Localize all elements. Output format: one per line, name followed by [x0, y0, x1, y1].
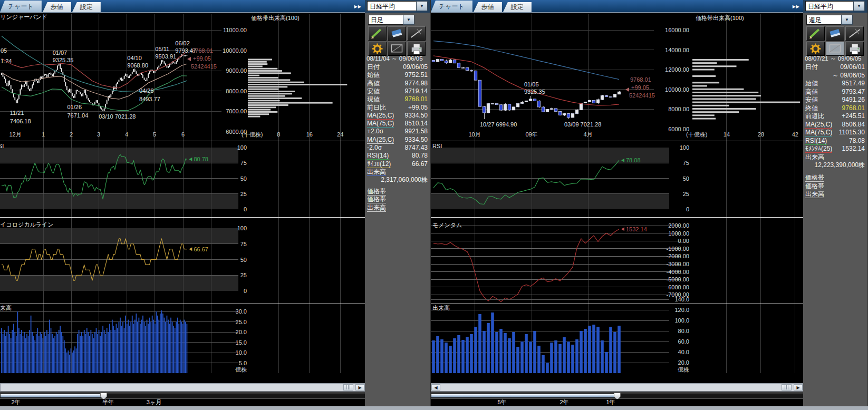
eraser-tool-button[interactable]	[388, 26, 406, 41]
panel-link-2[interactable]: 出来高	[367, 204, 386, 212]
trendline-tool-button[interactable]	[407, 26, 426, 41]
svg-text:30.0: 30.0	[236, 308, 247, 315]
svg-text:8000.00: 8000.00	[668, 106, 689, 112]
svg-text:9325.35: 9325.35	[524, 89, 545, 95]
info-label[interactable]: MA(75,C)	[805, 129, 832, 136]
h-scrollbar-right[interactable]: ◀▶	[431, 383, 803, 392]
pencil-tool-button[interactable]	[806, 26, 825, 41]
period-preset-0[interactable]: 2年	[11, 399, 20, 406]
info-label[interactable]: ｻｲｺﾛ(12)	[367, 160, 391, 168]
info-row: 日付09/06/01	[805, 63, 865, 71]
svg-text:1000.00: 1000.00	[668, 230, 689, 237]
tab-right_window-0[interactable]: チャート	[431, 1, 472, 12]
svg-text:9768.01: 9768.01	[630, 76, 651, 83]
svg-text:66.67: 66.67	[194, 246, 208, 252]
tab-overflow-icon[interactable]: ▶▶	[354, 4, 365, 12]
svg-text:06/02: 06/02	[175, 40, 190, 46]
period-preset-0[interactable]: 5年	[497, 399, 506, 406]
info-label[interactable]: RSI(14)	[367, 152, 389, 160]
printer-tool-button[interactable]	[407, 42, 426, 56]
info-label[interactable]: RSI(14)	[805, 137, 827, 145]
info-row: ～ 09/06/05	[805, 72, 865, 80]
info-label[interactable]: MA(25,C)	[367, 112, 394, 120]
svg-text:140.0: 140.0	[674, 296, 689, 302]
period-dropdown[interactable]: 日足 ▼	[368, 15, 414, 25]
svg-text:2000.00: 2000.00	[668, 222, 689, 229]
svg-text:20.0: 20.0	[236, 329, 247, 335]
weekly-chart-svg[interactable]: 16000.0014000.0012000.0010000.008000.006…	[431, 13, 803, 383]
info-label[interactable]: 出来高	[805, 153, 824, 161]
info-label[interactable]: ﾓﾒﾝﾀﾑ(25)	[805, 145, 832, 153]
panel-link-2[interactable]: 出来高	[805, 190, 824, 198]
info-label[interactable]: 出来高	[367, 168, 386, 176]
chevron-down-icon[interactable]: ▼	[853, 1, 865, 11]
svg-text:+99.05: +99.05	[631, 84, 649, 91]
info-label[interactable]: MA(25,C)	[367, 136, 394, 144]
svg-text:RSI: RSI	[432, 143, 442, 149]
panel-link-0[interactable]: 価格帯	[805, 174, 824, 182]
tab-right_window-2[interactable]: 設定	[503, 2, 532, 12]
info-value: 9517.49	[842, 80, 865, 87]
tab-right_window-1[interactable]: 歩値	[474, 2, 502, 12]
symbol-value: 日経平均	[805, 1, 853, 11]
period-preset-1[interactable]: 2年	[560, 399, 568, 406]
tab-left_window-2[interactable]: 設定	[72, 2, 101, 12]
daily-chart-svg[interactable]: 11000.0010000.009000.008000.007000.00600…	[0, 13, 365, 383]
scroll-right-button[interactable]: ▶	[355, 384, 364, 391]
date-range: 08/07/21 ～ 09/06/05	[805, 55, 866, 63]
svg-text:0: 0	[244, 288, 247, 294]
gear-tool-button[interactable]	[806, 42, 825, 56]
panel-link-1[interactable]: 価格帯	[367, 196, 386, 203]
symbol-header-left: 日経平均 ▼	[365, 0, 430, 13]
tab-overflow-icon[interactable]: ▶▶	[793, 4, 803, 12]
chart-canvas-right[interactable]: 16000.0014000.0012000.0010000.008000.006…	[431, 13, 803, 383]
info-row: MA(75,C)11015.30	[805, 129, 865, 136]
period-preset-2[interactable]: 1年	[606, 399, 615, 406]
info-row: 出来高	[367, 168, 428, 176]
svg-text:11000.00: 11000.00	[223, 27, 247, 33]
info-label[interactable]: MA(25,C)	[805, 121, 832, 129]
symbol-dropdown[interactable]: 日経平均 ▼	[805, 1, 865, 11]
region-tool-button[interactable]	[388, 42, 406, 56]
svg-text:-4000.00: -4000.00	[667, 269, 689, 275]
scroll-right-button[interactable]: ▶	[794, 384, 803, 391]
chevron-down-icon[interactable]: ▼	[416, 1, 428, 11]
info-value: 9768.01	[405, 95, 428, 103]
chart-canvas-left[interactable]: 11000.0010000.009000.008000.007000.00600…	[0, 13, 365, 383]
h-scrollbar-left[interactable]: ▶	[0, 383, 365, 392]
printer-tool-button[interactable]	[845, 42, 864, 56]
eraser-icon	[388, 27, 406, 40]
tab-left_window-0[interactable]: チャート	[0, 1, 42, 12]
svg-text:50: 50	[683, 175, 689, 182]
chevron-down-icon[interactable]: ▼	[841, 15, 853, 25]
panel-link-0[interactable]: 価格帯	[367, 188, 386, 196]
scroll-left-button[interactable]: ◀	[431, 384, 440, 391]
svg-text:09年: 09年	[525, 131, 537, 138]
period-preset-2[interactable]: 3ヶ月	[147, 399, 161, 406]
period-dropdown[interactable]: 週足 ▼	[806, 15, 853, 25]
info-value: 2,317,060,000株	[381, 176, 428, 183]
info-row: 安値9491.26	[805, 96, 865, 104]
svg-text:25: 25	[240, 191, 247, 197]
gear-tool-button[interactable]	[368, 42, 387, 56]
svg-text:28: 28	[758, 131, 764, 138]
chart-window-left: チャート歩値設定 ▶▶ 11000.0010000.009000.008000.…	[0, 0, 365, 410]
scroll-thumb-grip[interactable]	[782, 384, 792, 391]
scroll-thumb-grip[interactable]	[343, 384, 353, 391]
info-label[interactable]: MA(75,C)	[367, 120, 394, 128]
info-value: 8506.84	[842, 121, 865, 128]
trendline-tool-button[interactable]	[845, 26, 864, 41]
symbol-dropdown[interactable]: 日経平均 ▼	[367, 1, 428, 11]
svg-text:16000.00: 16000.00	[665, 27, 689, 33]
tab-left_window-1[interactable]: 歩値	[43, 2, 71, 12]
svg-text:4: 4	[125, 131, 128, 138]
info-value: 09/06/05	[403, 63, 428, 71]
region-tool-button[interactable]	[826, 42, 844, 56]
info-row: 高値9793.47	[805, 88, 865, 96]
period-preset-1[interactable]: 半年	[102, 399, 114, 406]
chevron-down-icon[interactable]: ▼	[403, 15, 414, 25]
eraser-tool-button[interactable]	[826, 26, 844, 41]
pencil-tool-button[interactable]	[368, 26, 387, 41]
panel-link-1[interactable]: 価格帯	[805, 182, 824, 190]
svg-text:7671.04: 7671.04	[67, 112, 89, 119]
